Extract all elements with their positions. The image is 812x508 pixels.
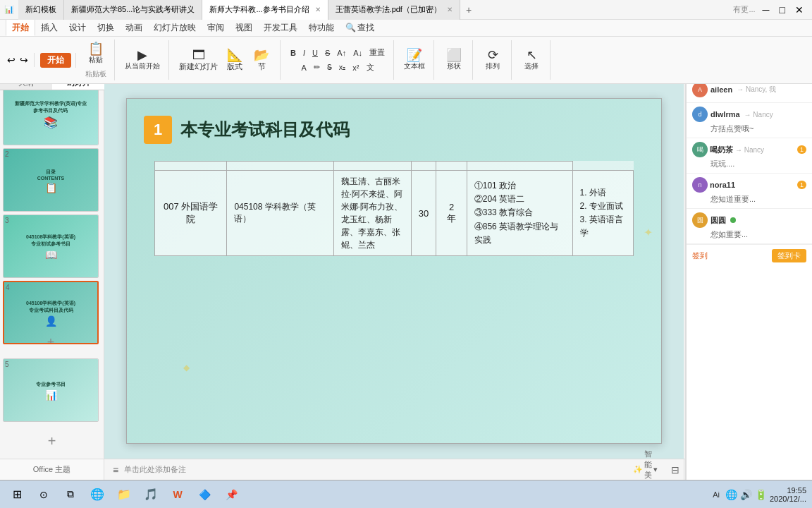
file-explorer-btn[interactable]: 📁 [113, 483, 135, 506]
maximize-btn[interactable]: □ [777, 4, 788, 16]
new-slide-btn[interactable]: 🗖 新建幻灯片 [176, 47, 221, 73]
ribbon-group-select: ↖ 选择 [513, 40, 550, 80]
years-cell[interactable]: 2 年 [436, 171, 467, 256]
rp-name-5: 圆圆 [710, 215, 726, 226]
tab-label-pdf: 王蕾英语教学法.pdf（已加密） [336, 4, 441, 15]
clock[interactable]: 19:55 2020/12/... [770, 486, 806, 503]
slide-thumb-5[interactable]: 5 专业参考书目 📊 [3, 358, 99, 422]
dept-cell[interactable]: 007 外国语学院 [155, 171, 227, 256]
deco-diamond: ◆ [183, 363, 190, 373]
notes-bar: ≡ 单击此处添加备注 [104, 459, 684, 480]
tab-lecture[interactable]: 新疆师范大学85...论与实践考研讲义 [64, 0, 202, 20]
teachers-cell[interactable]: 魏玉清、古丽米拉·阿不来提、阿米娜·阿布力孜、龙玉红、杨新露、李嘉东、张鲲、兰杰 [333, 171, 411, 256]
ribbon-group-paste: 📋 粘贴 粘贴板 [78, 40, 115, 80]
start-slideshow-btn[interactable]: 开始 [40, 53, 71, 68]
ribbon-tab-transition[interactable]: 切换 [92, 19, 120, 36]
font-italic-btn[interactable]: I [300, 47, 308, 59]
undo-btn[interactable]: ↩ [6, 53, 17, 67]
major-cell[interactable]: 045108 学科教学（英语） [227, 171, 333, 256]
textbox-btn[interactable]: 📝 文本框 [401, 47, 428, 73]
ribbon-tab-insert[interactable]: 插入 [35, 19, 63, 36]
font-bold-btn[interactable]: B [288, 47, 299, 59]
redo-btn[interactable]: ↪ [18, 53, 30, 67]
pin-btn[interactable]: 📌 [220, 483, 242, 506]
tray-battery-icon[interactable]: 🔋 [755, 489, 767, 500]
tab-courselist[interactable]: 新师大学科教...参考书目介绍 ✕ [202, 0, 328, 20]
rp-msg-4[interactable]: n nora11 1 您知道重要... [687, 174, 812, 209]
ribbon-group-slides: 🗖 新建幻灯片 📐 版式 📂 节 [171, 40, 281, 80]
ribbon-tab-start[interactable]: 开始 [6, 19, 35, 36]
superscript-btn[interactable]: x² [350, 61, 362, 73]
ribbon-group-textbox: 📝 文本框 [395, 40, 434, 80]
ribbon-tab-find[interactable]: 🔍查找 [340, 19, 380, 36]
slide-number-badge: 1 [144, 116, 172, 144]
close-btn[interactable]: ✕ [792, 4, 806, 16]
taskbar: ⊞ ⊙ ⧉ 🌐 📁 🎵 W 🔷 📌 Ai 🌐 🔊 🔋 19:55 2020/12… [0, 480, 812, 508]
select-btn[interactable]: ↖ 选择 [519, 47, 544, 73]
slide-thumb-2[interactable]: 2 目录CONTENTS 📋 [3, 148, 99, 212]
subscript-btn[interactable]: x₂ [336, 61, 349, 73]
num-cell[interactable]: 30 [411, 171, 436, 256]
tab-label-courselist: 新师大学科教...参考书目介绍 [209, 4, 309, 15]
char-spacing-btn[interactable]: 文 [364, 61, 377, 73]
rp-msg-5[interactable]: 圆 圆圆 您如重要... [687, 209, 812, 244]
tray-volume-icon[interactable]: 🔊 [740, 489, 752, 500]
ribbon-tab-design[interactable]: 设计 [63, 19, 92, 36]
tab-close-courselist[interactable]: ✕ [315, 6, 321, 13]
ribbon-tab-special[interactable]: 特功能 [303, 19, 340, 36]
add-slide-btn[interactable]: + [47, 335, 55, 344]
rp-signin-card-btn[interactable]: 签到卡 [772, 249, 806, 262]
paste-btn[interactable]: 📋 粘贴 [83, 41, 109, 66]
search-btn[interactable]: ⊙ [32, 483, 55, 506]
arrange-btn[interactable]: ⟳ 排列 [480, 47, 505, 73]
tab-new-template[interactable]: 新幻模板 [18, 0, 64, 20]
ribbon-tab-view[interactable]: 视图 [230, 19, 258, 36]
add-new-slide-btn[interactable]: + [3, 428, 101, 455]
shape-btn[interactable]: ⬜ 形状 [441, 47, 467, 73]
rp-avatar-3: 喝 [692, 142, 708, 157]
task-view-btn[interactable]: ⧉ [59, 483, 82, 506]
rp-avatar-2: d [692, 107, 708, 122]
font-size-up-btn[interactable]: A↑ [334, 47, 349, 59]
slide-thumb-1[interactable]: 1 新疆师范大学学科教学(英语)专业参考书目及代码 📚 [3, 82, 99, 145]
minimize-btn[interactable]: ─ [760, 4, 773, 16]
tab-add-button[interactable]: + [460, 4, 477, 16]
view-normal-btn[interactable]: ⊟ [669, 464, 682, 476]
ribbon-tab-animation[interactable]: 动画 [120, 19, 148, 36]
font-reset-btn[interactable]: 重置 [367, 47, 388, 59]
tab-close-pdf[interactable]: ✕ [447, 6, 453, 13]
ribbon-group-slideshow: ▶ 从当前开始 [116, 40, 169, 80]
rp-avatar-4: n [692, 177, 708, 193]
font-highlight-btn[interactable]: ✏ [311, 61, 323, 73]
deco-star: ✦ [644, 226, 653, 239]
ribbon-tab-review[interactable]: 审阅 [202, 19, 230, 36]
rp-signin-btn[interactable]: 签到 [692, 250, 708, 261]
app-btn[interactable]: 🔷 [193, 483, 216, 506]
tab-pdf[interactable]: 王蕾英语教学法.pdf（已加密） ✕ [328, 0, 460, 20]
ribbon-tab-dev[interactable]: 开发工具 [258, 19, 303, 36]
subjects-cell[interactable]: ①101 政治 ②204 英语二 ③333 教育综合 ④856 英语教学理论与实… [467, 171, 572, 256]
font-color-btn[interactable]: A [298, 61, 309, 73]
refs-cell[interactable]: 1. 外语 2. 专业面试 3. 英语语言学 [572, 171, 633, 256]
font-underline-btn[interactable]: U [309, 47, 321, 59]
font-strike-btn[interactable]: S [322, 47, 333, 59]
tray-network-icon[interactable]: 🌐 [725, 489, 737, 500]
section-btn[interactable]: 📂 节 [249, 47, 274, 73]
slide-thumb-4[interactable]: 4 045108学科教学(英语)专业考试科目及代码 👤 + [3, 281, 99, 344]
wps-btn[interactable]: W [166, 483, 189, 506]
strikethrough-btn[interactable]: S̶ [324, 61, 335, 73]
media-btn[interactable]: 🎵 [140, 483, 162, 506]
slide-preview-btn[interactable]: ▶ 从当前开始 [122, 47, 163, 73]
rp-msg-3[interactable]: 喝 喝奶茶 → Nancy 1 玩玩.... [687, 138, 812, 174]
tray-input-icon[interactable]: Ai [710, 489, 722, 500]
start-menu-btn[interactable]: ⊞ [6, 483, 28, 506]
ribbon-tab-slideshow[interactable]: 幻灯片放映 [148, 19, 202, 36]
notes-icon: ≡ [113, 464, 118, 476]
slide-thumb-3[interactable]: 3 045108学科教学(英语)专业初试参考书目 📖 [3, 214, 99, 278]
layout-btn[interactable]: 📐 版式 [222, 47, 247, 73]
notes-placeholder[interactable]: 单击此处添加备注 [124, 464, 186, 475]
rp-msg-2[interactable]: d dlwlrma → Nancy 方括点赞哦~ [687, 103, 812, 138]
edge-btn[interactable]: 🌐 [86, 483, 109, 506]
slide-title-text[interactable]: 本专业考试科目及代码 [180, 119, 350, 141]
font-size-dn-btn[interactable]: A↓ [350, 47, 365, 59]
